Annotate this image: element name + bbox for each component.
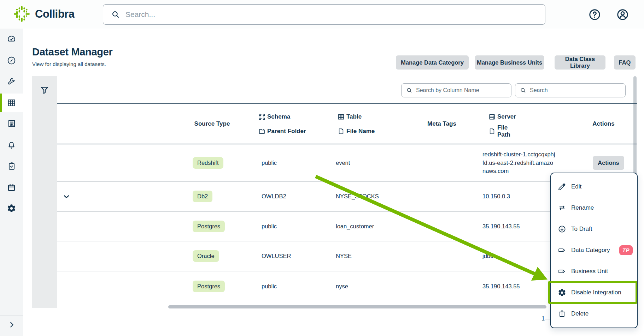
column-group-table: Table File Name bbox=[338, 104, 376, 144]
page-title: Dataset Manager bbox=[32, 46, 113, 58]
schema-cell: public bbox=[262, 145, 277, 181]
wrench-icon bbox=[7, 77, 16, 86]
faq-button[interactable]: FAQ bbox=[614, 55, 636, 70]
global-search[interactable] bbox=[103, 4, 545, 25]
menu-item-label: Rename bbox=[571, 204, 594, 211]
search-icon bbox=[111, 10, 120, 19]
sidebar-item-schedule[interactable] bbox=[0, 178, 23, 197]
column-header-label: File Path bbox=[497, 124, 521, 138]
schema-cell: public bbox=[262, 271, 277, 301]
column-header-label: Server bbox=[497, 113, 516, 120]
sidebar-item-tasks[interactable] bbox=[0, 157, 23, 175]
sidebar-item-explore[interactable] bbox=[0, 51, 23, 70]
tag-icon bbox=[558, 267, 566, 276]
menu-item-business-unit[interactable]: Business Unit bbox=[551, 261, 637, 282]
menu-item-data-category[interactable]: Data Category TP bbox=[551, 240, 637, 261]
menu-item-label: Business Unit bbox=[571, 268, 608, 275]
gear-icon bbox=[7, 204, 16, 213]
source-type-badge: Redshift bbox=[193, 157, 223, 169]
server-cell: redshift-cluster-1.cctgcqxphjfd.us-east-… bbox=[482, 145, 557, 181]
user-circle-icon bbox=[616, 8, 629, 21]
menu-item-label: Delete bbox=[571, 310, 589, 317]
gear-icon bbox=[558, 288, 566, 297]
top-bar: Collibra bbox=[0, 0, 644, 29]
sidebar-item-notifications[interactable] bbox=[0, 136, 23, 154]
column-header-schema[interactable]: Schema bbox=[258, 110, 310, 124]
sidebar-item-settings[interactable] bbox=[0, 199, 23, 217]
menu-item-rename[interactable]: Rename bbox=[551, 197, 637, 218]
report-icon bbox=[7, 119, 16, 128]
swap-arrows-icon bbox=[558, 204, 566, 212]
server-cell: 35.190.143.55 bbox=[482, 271, 557, 301]
sidebar-expand-button[interactable] bbox=[5, 318, 19, 332]
table-cell: NYSE bbox=[336, 241, 352, 271]
schema-cell: OWLDB2 bbox=[262, 182, 286, 211]
table-header: Source Type Schema Parent Folder bbox=[57, 103, 637, 144]
server-cell: 10.150.0.3 bbox=[482, 182, 557, 211]
sidebar-item-reports[interactable] bbox=[0, 114, 23, 133]
folder-icon bbox=[258, 128, 265, 135]
row-actions-button[interactable]: Actions bbox=[593, 156, 624, 170]
menu-item-delete[interactable]: Delete bbox=[551, 303, 637, 324]
help-button[interactable] bbox=[587, 7, 602, 22]
schema-cell: OWLUSER bbox=[262, 241, 291, 271]
column-header-label: Schema bbox=[267, 113, 290, 120]
column-search[interactable] bbox=[401, 83, 511, 97]
manage-business-units-button[interactable]: Manage Business Units bbox=[475, 55, 544, 70]
column-group-server: Server File Path bbox=[488, 104, 521, 144]
table-icon bbox=[338, 113, 345, 120]
column-header-parent-folder[interactable]: Parent Folder bbox=[258, 124, 310, 138]
column-search-input[interactable] bbox=[416, 87, 511, 94]
file-icon bbox=[338, 128, 345, 135]
column-header-label: Parent Folder bbox=[267, 128, 306, 135]
server-icon bbox=[488, 113, 496, 120]
menu-item-edit[interactable]: Edit bbox=[551, 176, 637, 197]
sidebar-item-dashboard[interactable] bbox=[0, 30, 23, 48]
source-type-badge: Postgres bbox=[193, 281, 225, 292]
brand-name: Collibra bbox=[35, 8, 74, 20]
chevron-down-icon bbox=[62, 192, 71, 201]
column-group-schema: Schema Parent Folder bbox=[258, 104, 310, 144]
filter-button[interactable] bbox=[39, 85, 50, 96]
column-header-source-type[interactable]: Source Type bbox=[184, 104, 240, 144]
menu-item-label: Data Category bbox=[571, 247, 610, 254]
pagination-label: 1— bbox=[541, 315, 551, 322]
table-grid-icon bbox=[7, 98, 16, 108]
sidebar-item-datasets[interactable] bbox=[0, 94, 23, 112]
left-sidebar bbox=[0, 29, 23, 336]
sidebar-item-tools[interactable] bbox=[0, 72, 23, 91]
source-type-badge: Db2 bbox=[193, 191, 212, 202]
menu-item-label: Disable Integration bbox=[571, 289, 621, 296]
table-search-input[interactable] bbox=[530, 87, 625, 94]
search-icon bbox=[520, 87, 526, 94]
profile-button[interactable] bbox=[615, 7, 630, 22]
source-type-badge: Postgres bbox=[193, 221, 225, 232]
collibra-logo[interactable]: Collibra bbox=[13, 6, 74, 22]
horizontal-scrollbar[interactable] bbox=[168, 305, 546, 308]
column-header-label: Table bbox=[346, 113, 362, 120]
menu-item-label: Edit bbox=[571, 183, 581, 190]
column-header-file-path[interactable]: File Path bbox=[488, 124, 521, 138]
page-subtitle: View for displaying all datasets. bbox=[32, 61, 106, 67]
actions-context-menu: Edit Rename To Draft Data Category TP bbox=[550, 173, 638, 328]
question-circle-icon bbox=[588, 8, 601, 21]
table-cell: loan_customer bbox=[336, 212, 374, 241]
table-cell: event bbox=[336, 145, 350, 181]
column-header-meta-tags[interactable]: Meta Tags bbox=[415, 104, 468, 144]
table-search[interactable] bbox=[515, 83, 626, 97]
speedometer-icon bbox=[7, 34, 16, 44]
menu-item-label: To Draft bbox=[571, 226, 592, 233]
manage-data-category-button[interactable]: Manage Data Category bbox=[396, 55, 469, 70]
filter-panel bbox=[32, 76, 57, 308]
global-search-input[interactable] bbox=[125, 10, 545, 19]
column-header-table[interactable]: Table bbox=[338, 110, 376, 124]
pencil-icon bbox=[558, 182, 566, 191]
tag-icon bbox=[558, 246, 566, 254]
menu-item-to-draft[interactable]: To Draft bbox=[551, 218, 637, 240]
menu-item-disable-integration[interactable]: Disable Integration bbox=[551, 282, 637, 303]
expand-row-button[interactable] bbox=[59, 182, 74, 211]
data-class-library-button[interactable]: Data Class Library bbox=[555, 55, 605, 70]
compass-icon bbox=[7, 56, 16, 65]
column-header-server[interactable]: Server bbox=[488, 110, 521, 124]
column-header-file-name[interactable]: File Name bbox=[338, 124, 376, 138]
